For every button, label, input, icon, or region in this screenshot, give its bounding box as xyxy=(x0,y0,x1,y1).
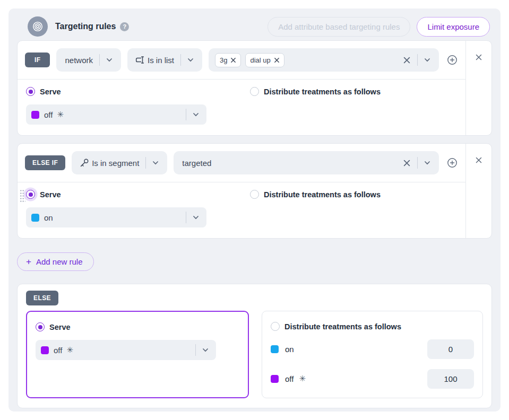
chevron-down-icon[interactable] xyxy=(201,346,210,354)
divider xyxy=(99,54,100,66)
treatment-name: off xyxy=(54,346,62,355)
clear-values-icon[interactable] xyxy=(403,56,411,64)
default-treatment-icon: ✳ xyxy=(57,110,64,119)
value-chip-label: 3g xyxy=(220,56,227,64)
distribution-row: off ✳ xyxy=(271,367,474,390)
targeting-rules-section: Targeting rules ? Add attribute based ta… xyxy=(8,8,501,412)
treatment-color-swatch xyxy=(41,346,49,354)
attribute-dropdown[interactable]: network xyxy=(56,48,121,72)
divider xyxy=(417,157,418,169)
serve-radio[interactable] xyxy=(36,322,45,331)
treatment-color-swatch xyxy=(271,345,279,353)
serve-label: Serve xyxy=(49,323,71,331)
target-icon xyxy=(28,16,48,37)
value-chip: 3g xyxy=(215,53,241,67)
else-card: ELSE Serve off ✳ xyxy=(17,284,492,408)
rule-side-column xyxy=(465,144,491,238)
serve-radio[interactable] xyxy=(26,87,35,96)
help-icon[interactable]: ? xyxy=(120,22,129,31)
segment-key-icon xyxy=(79,158,90,168)
else-badge: ELSE xyxy=(26,291,58,305)
distribute-radio[interactable] xyxy=(250,190,259,199)
rule-serve-section: Serve Distribute treatments as follows o… xyxy=(18,80,465,135)
treatment-name: off xyxy=(285,374,294,383)
chevron-down-icon[interactable] xyxy=(151,159,160,167)
segment-input[interactable] xyxy=(180,159,399,168)
default-treatment-icon: ✳ xyxy=(66,345,73,355)
distribute-label: Distribute treatments as follows xyxy=(284,322,401,331)
rule-card-if: IF network xyxy=(17,40,492,136)
remove-chip-icon[interactable] xyxy=(230,57,236,63)
add-attribute-rules-button: Add attribute based targeting rules xyxy=(268,17,410,37)
treatment-name: on xyxy=(44,213,53,222)
delete-rule-icon[interactable] xyxy=(473,51,485,63)
rule-serve-section: Serve Distribute treatments as follows o… xyxy=(18,182,465,238)
serve-radio[interactable] xyxy=(26,190,35,199)
treatment-dropdown[interactable]: off ✳ xyxy=(36,340,216,360)
add-condition-icon[interactable] xyxy=(446,54,458,66)
rule-card-else-if: ELSE IF Is in segment xyxy=(17,143,492,239)
add-new-rule-label: Add new rule xyxy=(36,257,83,266)
chevron-down-icon[interactable] xyxy=(105,56,114,64)
else-if-badge: ELSE IF xyxy=(25,155,65,170)
divider xyxy=(186,109,186,120)
add-new-rule-button[interactable]: + Add new rule xyxy=(17,252,94,271)
serve-label: Serve xyxy=(40,190,61,199)
chevron-down-icon[interactable] xyxy=(192,213,200,222)
limit-exposure-button[interactable]: Limit exposure xyxy=(417,17,490,37)
rule-condition-row: ELSE IF Is in segment xyxy=(18,144,465,182)
divider xyxy=(145,157,146,169)
value-chip: dial up xyxy=(245,53,284,67)
page-title: Targeting rules xyxy=(55,22,116,31)
chevron-down-icon[interactable] xyxy=(423,159,432,167)
treatment-color-swatch xyxy=(31,111,39,119)
rule-side-column xyxy=(465,41,491,135)
distribute-label: Distribute treatments as follows xyxy=(264,190,381,199)
serve-label: Serve xyxy=(40,88,61,96)
clear-segment-icon[interactable] xyxy=(403,159,411,167)
matcher-dropdown[interactable]: Is in list xyxy=(127,48,202,72)
treatment-dropdown[interactable]: on xyxy=(26,207,206,228)
attribute-dropdown-value: network xyxy=(65,56,93,65)
divider xyxy=(180,54,181,66)
distribute-label: Distribute treatments as follows xyxy=(264,88,381,96)
chevron-down-icon[interactable] xyxy=(186,56,195,64)
remove-chip-icon[interactable] xyxy=(274,57,280,63)
if-badge: IF xyxy=(25,52,50,67)
add-condition-icon[interactable] xyxy=(446,157,458,169)
value-chip-label: dial up xyxy=(250,56,270,64)
divider xyxy=(417,54,418,66)
treatment-dropdown[interactable]: off ✳ xyxy=(26,104,206,125)
else-distribute-panel[interactable]: Distribute treatments as follows on off … xyxy=(262,311,483,398)
section-header: Targeting rules ? Add attribute based ta… xyxy=(17,13,492,40)
distribute-radio[interactable] xyxy=(250,87,259,96)
chevron-down-icon[interactable] xyxy=(192,110,200,119)
matcher-dropdown-value: Is in list xyxy=(148,56,174,65)
drag-handle[interactable] xyxy=(20,189,25,202)
treatment-color-swatch xyxy=(31,214,39,222)
else-serve-panel[interactable]: Serve off ✳ xyxy=(26,311,249,398)
string-matcher-icon xyxy=(135,55,145,65)
distribution-percent-input[interactable] xyxy=(427,339,474,359)
segment-select-field[interactable] xyxy=(174,151,439,174)
distribution-percent-input[interactable] xyxy=(427,369,474,389)
distribute-radio[interactable] xyxy=(271,322,280,331)
chevron-down-icon[interactable] xyxy=(423,56,432,64)
treatment-name: off xyxy=(44,110,53,119)
divider xyxy=(186,212,186,223)
divider xyxy=(195,344,196,356)
matcher-dropdown-value: Is in segment xyxy=(92,159,139,168)
treatment-color-swatch xyxy=(271,375,279,383)
delete-rule-icon[interactable] xyxy=(473,154,485,166)
plus-icon: + xyxy=(26,257,31,266)
rule-condition-row: IF network xyxy=(18,41,465,80)
distribution-row: on xyxy=(271,337,474,361)
value-list-field[interactable]: 3g dial up xyxy=(209,48,439,72)
matcher-dropdown[interactable]: Is in segment xyxy=(72,151,167,174)
default-treatment-icon: ✳ xyxy=(299,374,306,383)
treatment-name: on xyxy=(285,345,294,354)
